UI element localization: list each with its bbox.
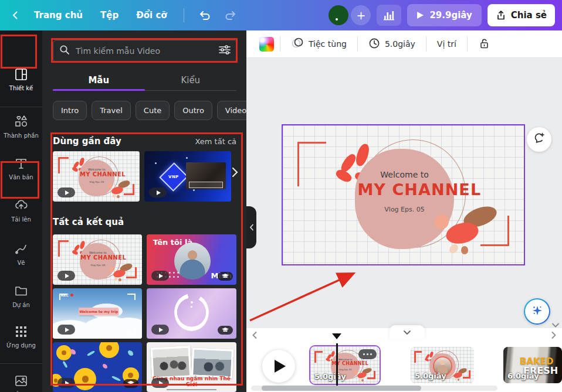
video-play-overlay (57, 378, 75, 388)
playhead-line[interactable] (336, 343, 338, 386)
person-photo (174, 243, 210, 280)
clip-menu-button[interactable] (358, 349, 377, 359)
apps-grid-icon (15, 329, 28, 340)
magic-ai-button[interactable] (524, 298, 550, 325)
sidebar-item-photos[interactable]: Ảnh (0, 374, 42, 392)
recent-template-mychannel[interactable]: Welcome to MY CHANNEL Vlog Eps. 05 (53, 151, 140, 202)
trip-banner-text: Welcome to my trip (79, 308, 119, 316)
search-input[interactable] (75, 46, 214, 56)
toolbar-divider (467, 36, 468, 52)
video-play-overlay (151, 378, 169, 388)
education-badge (218, 326, 233, 335)
pill-intro[interactable]: Intro (53, 101, 87, 120)
template-name-intro[interactable]: Tên tôi là Minh (147, 234, 236, 285)
sidebar-item-uploads[interactable]: Tải lên (0, 198, 42, 223)
sidebar-item-text[interactable]: Văn bản (0, 157, 42, 180)
sidebar-label: Dự án (0, 302, 42, 308)
timeline-scroll-right[interactable] (550, 330, 557, 342)
pen-icon (14, 247, 28, 258)
template-trip[interactable]: REC Welcome to my trip (53, 288, 142, 339)
sidebar-item-elements[interactable]: Thành phần (0, 114, 42, 139)
recent-title: Dùng gần đây (53, 136, 121, 146)
template-loading-ring[interactable] (147, 288, 236, 339)
search-box[interactable] (53, 40, 237, 62)
app-window: Trang chủ Tệp Đổi cỡ + (0, 0, 562, 392)
pill-cute[interactable]: Cute (136, 101, 170, 120)
tab-styles[interactable]: Kiểu (145, 71, 237, 93)
home-button[interactable]: Trang chủ (27, 5, 90, 25)
back-button[interactable] (7, 6, 23, 25)
template-mychannel[interactable]: Welcome to MY CHANNEL Vlog Eps. 05 (53, 234, 142, 285)
see-all-link[interactable]: Xem tất cả (195, 137, 236, 146)
timeline-clip-3[interactable]: BAKED FRESH 6.0giây (503, 347, 562, 383)
sidebar-label: Thành phần (0, 132, 42, 139)
design-title-text: MY CHANNEL (80, 171, 114, 179)
top-bar: Trang chủ Tệp Đổi cỡ + (0, 0, 562, 30)
file-menu-button[interactable]: Tệp (93, 5, 126, 25)
sidebar-divider (0, 363, 42, 364)
canvas-toolbar: Tiệc tùng 5.0giây Vị trí (246, 30, 562, 58)
pill-video[interactable]: Video (217, 101, 246, 120)
playhead-marker[interactable] (332, 333, 341, 339)
recent-template-vnp[interactable]: VNP (144, 151, 231, 202)
timeline-collapse-tab[interactable] (390, 325, 425, 339)
animation-label: Tiệc tùng (309, 39, 347, 49)
pill-outro[interactable]: Outro (174, 101, 212, 120)
preview-play-button[interactable]: 29.9giây (407, 4, 481, 26)
filter-icon[interactable] (219, 45, 231, 57)
search-icon (59, 45, 70, 57)
design-title-text[interactable]: MY CHANNEL (357, 180, 451, 200)
unlock-icon (478, 38, 490, 51)
timeline-clip-1[interactable]: Welcome to MY CHANNEL Vlog Eps. 05 5.0gi… (309, 345, 381, 385)
sidebar-item-projects[interactable]: Dự án (0, 284, 42, 308)
cloud-upload-icon (14, 203, 28, 214)
template-floral[interactable] (53, 342, 142, 392)
avatar[interactable] (329, 5, 348, 25)
timeline-scroll-left[interactable] (251, 330, 258, 342)
clock-icon (368, 38, 380, 51)
color-swatch-button[interactable] (259, 37, 274, 52)
results-section-header: Tất cả kết quả (53, 217, 236, 227)
sparkle-icon (530, 304, 544, 320)
insights-button[interactable] (377, 5, 401, 26)
animation-button[interactable]: Tiệc tùng (286, 34, 351, 54)
panel-collapse-handle[interactable] (246, 206, 256, 248)
resize-button[interactable]: Đổi cỡ (129, 5, 174, 25)
share-icon (496, 10, 506, 21)
sidebar-item-design[interactable]: Thiết kế (0, 68, 42, 91)
clip-duration-label: 5.0giây (415, 371, 446, 380)
video-play-overlay (149, 188, 167, 197)
recent-scroll-chevron[interactable] (231, 166, 239, 180)
sidebar-item-apps[interactable]: Ứng dụng (0, 325, 42, 349)
video-play-overlay (57, 271, 75, 281)
sidebar-label: Văn bản (0, 174, 42, 180)
share-button[interactable]: Chia sẻ (487, 4, 555, 26)
shapes-icon (14, 120, 28, 131)
text-icon (15, 161, 28, 172)
category-pills: Intro Travel Cute Outro Video (53, 101, 246, 120)
timeline-clip-2[interactable]: 5.0giây (411, 347, 474, 383)
lock-button[interactable] (473, 34, 495, 54)
sidebar-divider (0, 107, 42, 107)
animation-icon (291, 38, 304, 51)
position-button[interactable]: Vị trí (432, 36, 461, 52)
video-play-overlay (151, 271, 169, 281)
template-collage[interactable]: Cùng nhau ngắm nhìn Thế Giới (147, 342, 236, 392)
timeline-play-button[interactable] (262, 350, 295, 383)
add-comment-button[interactable] (527, 127, 551, 152)
timeline-scrollbar-thumb[interactable] (262, 386, 421, 391)
redo-button[interactable] (219, 5, 242, 26)
add-member-button[interactable]: + (351, 5, 371, 25)
undo-button[interactable] (194, 5, 216, 26)
folder-icon (14, 289, 28, 300)
templates-panel: Mẫu Kiểu Intro Travel Cute Outro Video D… (42, 30, 246, 392)
design-welcome-text[interactable]: Welcome to (357, 170, 451, 180)
duration-button[interactable]: 5.0giây (364, 34, 420, 54)
pill-travel[interactable]: Travel (92, 101, 131, 120)
design-title-text: MY CHANNEL (80, 254, 115, 262)
canvas-area: Tiệc tùng 5.0giây Vị trí We (246, 30, 562, 328)
design-page[interactable]: Welcome to MY CHANNEL Vlog Eps. 05 (282, 124, 525, 265)
sidebar-item-draw[interactable]: Vẽ (0, 241, 42, 266)
bar-chart-icon (383, 10, 395, 21)
chevron-left-icon (11, 11, 20, 20)
